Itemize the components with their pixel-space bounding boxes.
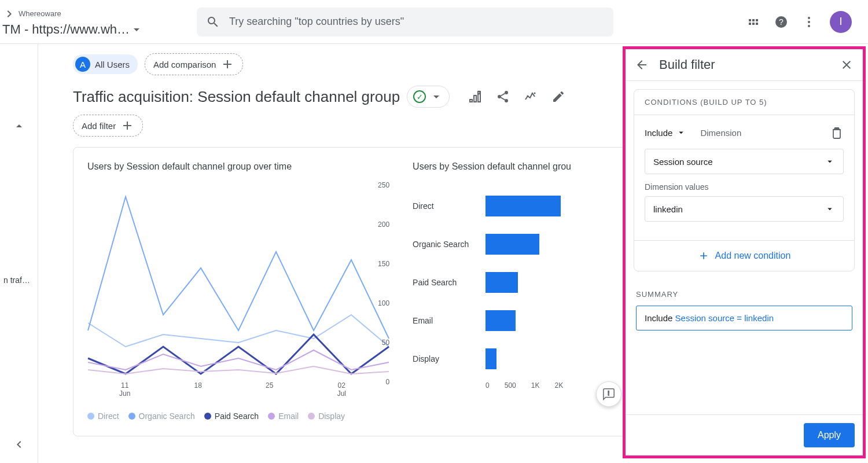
help-icon[interactable]: ? [774, 15, 788, 29]
caret-down-icon [825, 204, 835, 214]
add-condition-button[interactable]: Add new condition [634, 240, 854, 271]
svg-rect-11 [608, 395, 609, 396]
y-tick: 200 [378, 221, 389, 229]
svg-point-6 [498, 95, 501, 98]
feedback-button[interactable] [596, 381, 621, 407]
insights-icon[interactable] [524, 90, 538, 104]
x-tick: 18 [194, 381, 202, 398]
share-icon[interactable] [496, 90, 510, 104]
feedback-icon [602, 388, 615, 400]
summary-label: SUMMARY [636, 290, 852, 299]
search-icon [206, 15, 220, 29]
sidebar-nav-item[interactable]: n traf… [3, 275, 30, 285]
bar-row: Display [413, 348, 628, 369]
panel-title: Build filter [659, 57, 715, 72]
caret-down-icon [130, 23, 144, 36]
dimension-select[interactable]: Session source [645, 149, 844, 174]
bar-label: Paid Search [413, 278, 476, 287]
more-vert-icon[interactable] [802, 15, 816, 29]
bar-x-tick: 500 [505, 381, 516, 389]
back-arrow-icon[interactable] [635, 58, 649, 72]
condition-card: CONDITIONS (BUILD UP TO 5) Include Dimen… [634, 89, 855, 271]
x-tick: 02Jul [337, 381, 346, 398]
chevron-left-icon[interactable] [12, 438, 26, 451]
chart-card: Users by Session default channel group o… [73, 147, 643, 436]
dimension-label: Dimension [700, 128, 741, 138]
svg-point-5 [505, 91, 508, 94]
plus-icon [220, 57, 234, 71]
caret-down-icon [825, 156, 835, 167]
bar-label: Direct [413, 201, 476, 211]
bar-x-tick: 2K [554, 381, 563, 389]
check-icon: ✓ [413, 90, 426, 103]
svg-text:?: ? [779, 17, 784, 27]
y-tick: 250 [378, 181, 389, 189]
line-chart: 250200150100500 [87, 181, 389, 378]
caret-down-icon [676, 127, 686, 138]
legend-item[interactable]: Paid Search [204, 411, 259, 421]
match-type-select[interactable]: Include [645, 127, 686, 138]
svg-rect-10 [608, 391, 609, 394]
bar-chart-title: Users by Session default channel grou [413, 161, 628, 172]
conditions-header: CONDITIONS (BUILD UP TO 5) [634, 90, 854, 115]
customize-icon[interactable] [468, 90, 482, 104]
plus-icon [698, 250, 709, 262]
y-tick: 100 [378, 299, 389, 307]
svg-point-4 [808, 25, 810, 27]
delete-icon[interactable] [830, 126, 844, 139]
svg-point-7 [505, 99, 508, 102]
chevron-up-icon[interactable] [12, 119, 26, 133]
apps-icon[interactable] [746, 15, 760, 29]
x-tick: 25 [266, 381, 273, 398]
chevron-right-icon [2, 7, 16, 21]
legend-item[interactable]: Direct [87, 411, 119, 421]
legend-item[interactable]: Organic Search [128, 411, 195, 421]
status-dropdown[interactable]: ✓ [407, 86, 450, 108]
summary-box: Include Session source = linkedin [636, 306, 852, 330]
bar-label: Display [413, 354, 476, 363]
property-title: TM - https://www.wh… [2, 22, 130, 37]
report-title: Traffic acquisition: Session default cha… [73, 88, 400, 106]
search-input[interactable]: Try searching "top countries by users" [197, 8, 613, 36]
x-tick: 11Jun [119, 381, 130, 398]
search-placeholder: Try searching "top countries by users" [229, 16, 404, 28]
dimension-values-label: Dimension values [645, 182, 844, 192]
bar-row: Paid Search [413, 272, 628, 293]
plus-icon [120, 119, 134, 133]
bar-row: Email [413, 310, 628, 331]
edit-icon[interactable] [551, 90, 565, 104]
avatar[interactable]: I [830, 11, 852, 33]
bar-chart: DirectOrganic SearchPaid SearchEmailDisp… [413, 181, 628, 378]
apply-button[interactable]: Apply [804, 423, 855, 447]
legend-item[interactable]: Display [308, 411, 345, 421]
add-comparison-button[interactable]: Add comparison [145, 53, 243, 75]
breadcrumb-parent: Whereoware [19, 9, 61, 18]
dimension-value-select[interactable]: linkedin [645, 196, 844, 222]
y-tick: 0 [385, 378, 389, 386]
audience-badge: A [75, 57, 90, 72]
svg-point-2 [808, 17, 810, 19]
y-tick: 150 [378, 260, 389, 268]
svg-point-9 [527, 95, 529, 97]
left-sidebar: n traf… [0, 44, 38, 463]
line-chart-title: Users by Session default channel group o… [87, 161, 389, 172]
property-selector[interactable]: Whereoware TM - https://www.wh… [0, 7, 197, 37]
bar-label: Organic Search [413, 240, 476, 249]
legend-item[interactable]: Email [268, 411, 299, 421]
bar-x-tick: 1K [531, 381, 540, 389]
bar-label: Email [413, 316, 476, 325]
svg-point-3 [808, 21, 810, 23]
line-chart-svg [87, 181, 389, 378]
svg-point-8 [534, 93, 536, 94]
audience-chip[interactable]: A All Users [73, 54, 138, 74]
bar-x-tick: 0 [486, 381, 490, 389]
build-filter-panel: Build filter CONDITIONS (BUILD UP TO 5) … [623, 46, 866, 458]
add-filter-button[interactable]: Add filter [73, 115, 143, 137]
caret-down-icon [429, 90, 443, 104]
bar-row: Direct [413, 196, 628, 216]
top-bar: Whereoware TM - https://www.wh… Try sear… [0, 0, 868, 44]
close-icon[interactable] [840, 58, 854, 72]
bar-row: Organic Search [413, 234, 628, 255]
y-tick: 50 [382, 339, 389, 347]
